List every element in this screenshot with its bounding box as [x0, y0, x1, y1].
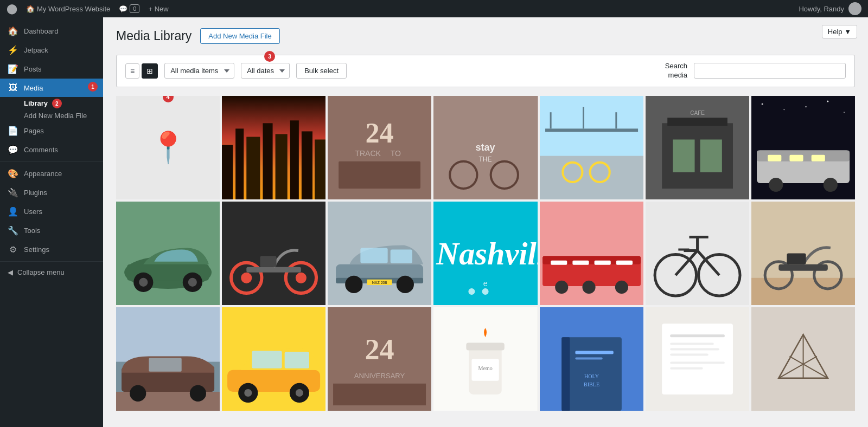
media-item[interactable]: 24 TRACK TO [328, 96, 431, 199]
search-media-input[interactable] [694, 63, 846, 79]
sidebar-label-plugins: Plugins [24, 189, 47, 197]
collapse-icon: ◀ [8, 268, 13, 276]
svg-text:TO: TO [391, 148, 401, 157]
filter-media-type-select[interactable]: All media items [164, 63, 234, 79]
filter-dates-select[interactable]: All dates [241, 63, 290, 79]
page-header: Media Library Add New Media File [116, 28, 855, 44]
site-name-link[interactable]: 🏠 My WordPress Website [26, 5, 110, 13]
media-item[interactable]: Memo [433, 307, 537, 411]
svg-rect-134 [670, 348, 719, 351]
sidebar-item-pages[interactable]: 📄 Pages [0, 121, 103, 140]
svg-rect-103 [149, 358, 181, 372]
user-avatar[interactable] [848, 2, 861, 15]
media-item-inner: 📍 [116, 96, 220, 199]
svg-text:HOLY: HOLY [584, 373, 599, 379]
media-grid: 4 📍 [116, 96, 855, 411]
svg-rect-6 [290, 120, 299, 199]
svg-text:24: 24 [365, 333, 394, 366]
svg-point-81 [555, 281, 568, 294]
media-item[interactable] [540, 202, 643, 305]
media-item[interactable] [751, 307, 855, 411]
svg-rect-64 [391, 249, 412, 263]
sidebar-item-settings[interactable]: ⚙ Settings [0, 240, 103, 259]
media-item[interactable]: HOLY BIBLE [540, 307, 643, 411]
bulk-select-button[interactable]: Bulk select [296, 63, 347, 79]
media-item[interactable] [751, 96, 855, 199]
motorcycle-dark-graphic [222, 202, 326, 305]
motorcycle-desert-graphic [751, 202, 855, 305]
bikes-wall-graphic: stay THE [433, 96, 537, 199]
sidebar-item-dashboard[interactable]: 🏠 Dashboard [0, 22, 103, 41]
svg-rect-33 [751, 96, 855, 199]
media-item[interactable]: Nashvill e [433, 202, 537, 305]
svg-rect-126 [575, 351, 613, 354]
media-item[interactable]: 24 ANNIVERSARY [328, 307, 431, 411]
sidebar-item-jetpack[interactable]: ⚡ Jetpack [0, 41, 103, 60]
sidebar-label-appearance: Appearance [24, 170, 62, 178]
grid-view-button[interactable]: ⊞ [142, 63, 158, 79]
sidebar-item-plugins[interactable]: 🔌 Plugins [0, 183, 103, 202]
collapse-menu-button[interactable]: ◀ Collapse menu [0, 264, 103, 281]
new-content-link[interactable]: + New [148, 5, 168, 13]
pages-icon: 📄 [8, 126, 18, 136]
svg-point-44 [769, 178, 783, 192]
users-icon: 👤 [8, 206, 18, 217]
svg-text:stay: stay [476, 141, 495, 152]
settings-icon: ⚙ [8, 244, 18, 255]
sidebar-item-media[interactable]: 🖼 Media 1 [0, 79, 103, 97]
collapse-label: Collapse menu [17, 268, 65, 276]
svg-rect-79 [594, 261, 610, 265]
media-item[interactable] [222, 96, 326, 199]
media-item[interactable] [751, 202, 855, 305]
svg-text:BIBLE: BIBLE [584, 381, 599, 387]
comments-link[interactable]: 💬 0 [119, 4, 139, 13]
typography-books-graphic: 24 TRACK TO [328, 96, 431, 199]
sidebar-item-tools[interactable]: 🔧 Tools [0, 221, 103, 240]
media-item[interactable] [222, 202, 326, 305]
media-item[interactable] [646, 202, 749, 305]
placeholder-pin-icon: 📍 [149, 130, 187, 165]
svg-point-56 [241, 273, 252, 283]
svg-rect-2 [235, 128, 244, 199]
svg-rect-127 [575, 358, 602, 360]
media-item-inner [222, 307, 326, 411]
sidebar-label-pages: Pages [24, 127, 44, 135]
svg-rect-108 [252, 351, 282, 368]
media-item-inner: 24 ANNIVERSARY [328, 307, 431, 411]
svg-rect-10 [339, 161, 420, 189]
media-item-inner: HOLY BIBLE [540, 307, 643, 411]
sidebar-sub-library[interactable]: Library 2 [0, 97, 103, 110]
sidebar-item-appearance[interactable]: 🎨 Appearance [0, 164, 103, 183]
toolbar-notification-badge: 3 [264, 51, 275, 62]
svg-point-83 [615, 281, 628, 294]
media-item[interactable] [116, 307, 220, 411]
add-new-media-button[interactable]: Add New Media File [200, 28, 279, 44]
posts-icon: 📝 [8, 64, 18, 74]
sidebar-label-comments: Comments [24, 146, 58, 154]
help-button[interactable]: Help ▼ [822, 25, 857, 38]
svg-rect-41 [768, 154, 781, 161]
media-item[interactable]: CAFE [646, 96, 749, 199]
media-item[interactable] [646, 307, 749, 411]
admin-bar: ⬤ 🏠 My WordPress Website 💬 0 + New Howdy… [0, 0, 868, 17]
sidebar-item-comments[interactable]: 💬 Comments [0, 140, 103, 159]
media-item[interactable]: 4 📍 [116, 96, 220, 199]
media-item-inner [646, 202, 749, 305]
sidebar-item-users[interactable]: 👤 Users [0, 202, 103, 221]
svg-point-72 [469, 288, 475, 295]
media-item-inner: Memo [433, 307, 537, 411]
media-item-inner [540, 96, 643, 199]
svg-rect-115 [333, 384, 426, 405]
media-item[interactable]: NAZ 208 [328, 202, 431, 305]
sidebar-sub-add-new[interactable]: Add New Media File [0, 110, 103, 121]
media-item[interactable]: stay THE [433, 96, 537, 199]
media-item[interactable] [540, 96, 643, 199]
media-item[interactable] [116, 202, 220, 305]
wp-logo-icon[interactable]: ⬤ [7, 3, 17, 15]
media-item[interactable] [222, 307, 326, 411]
svg-rect-29 [673, 139, 694, 172]
sidebar-label-jetpack: Jetpack [24, 46, 48, 54]
sidebar-item-posts[interactable]: 📝 Posts [0, 60, 103, 79]
media-item-inner [751, 202, 855, 305]
list-view-button[interactable]: ≡ [125, 63, 139, 79]
